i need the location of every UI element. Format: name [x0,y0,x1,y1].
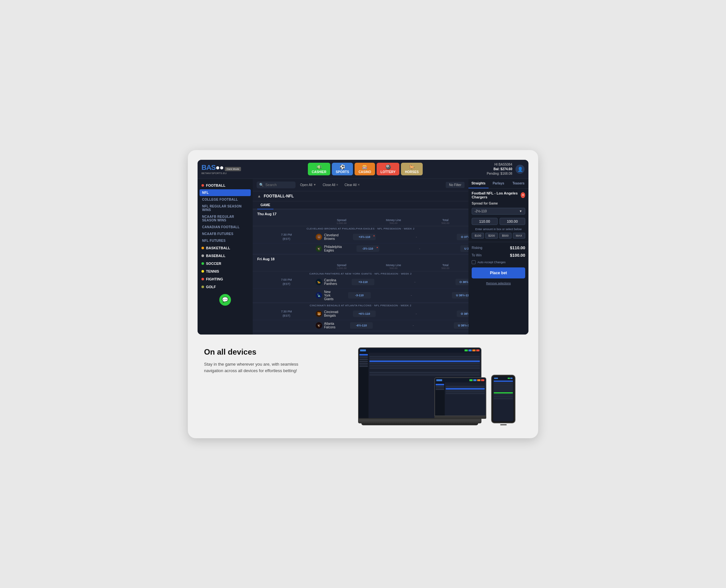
devices-area [318,348,522,425]
bs-title: Football NFL - Los Angeles Chargers [472,191,521,199]
total-cell-eagles: U 37½-110 [446,245,469,252]
game-tab-game[interactable]: GAME [257,201,274,209]
fighting-dot [201,278,204,280]
sidebar-item-ncaafb-wins[interactable]: NCAAFB REGULAR SEASON WINS [198,213,253,224]
sports-button[interactable]: ⚽ SPORTS [332,163,353,175]
spread-btn-panthers[interactable]: +3-110 [352,279,374,285]
mini-sidebar-item [359,361,368,362]
mini-btn [481,379,484,381]
sidebar-basketball-section[interactable]: BASKETBALL [198,244,253,252]
spread-btn-eagles[interactable]: -3½-110▲ [357,245,379,252]
logo-text: BAS●● [201,163,223,171]
date-fri: Fri Aug 18 [253,254,468,262]
mini-logo [360,350,366,351]
clear-all-button[interactable]: Clear All ✕ [343,182,362,188]
mini-row [369,354,480,355]
mini-row [369,363,480,364]
filter-button[interactable]: No Filter [446,182,465,188]
lower-section: On all devices Stay in the game wherever… [198,335,528,428]
bs-close-button[interactable]: ✕ [521,192,525,198]
sidebar-golf-section[interactable]: GOLF [198,283,253,291]
phone-mini-row [494,388,513,390]
search-input[interactable] [265,183,291,187]
total-btn-falcons[interactable]: U 38½-110 [454,322,468,329]
collapse-arrow[interactable]: ▲ [257,194,261,198]
chat-button[interactable]: 💬 [219,294,231,306]
table-row: 🦅 Philadelphia Eagles -3½-110▲ - U 37½-1… [253,244,468,254]
bs-spread-dropdown[interactable]: -2½-110 ▼ [472,208,525,215]
phone-mini-btns [508,378,512,379]
promo-text: On all devices Stay in the game wherever… [204,348,308,375]
spread-btn-giants[interactable]: -3-110 [348,292,371,298]
phone-screen [493,377,513,421]
total-btn-bengals[interactable]: O 38½-110 [457,311,468,317]
sidebar-baseball-section[interactable]: BASEBALL [198,252,253,260]
bs-amount-1-input[interactable] [472,218,498,225]
qa-500-button[interactable]: $500 [499,233,511,238]
mini-btn-cashier [465,350,468,351]
browser-window: BAS●● Dark Mode BETANYSPORTS.EU 💵 CASHIE… [198,160,528,335]
phone-device [491,375,516,425]
total-btn-eagles[interactable]: U 37½-110 [460,245,469,252]
main-layout: FOOTBALL NFL COLLEGE FOOTBALL NFL REGULA… [198,179,528,335]
qa-100-button[interactable]: $100 [472,233,484,238]
mini-btn [477,379,480,381]
tablet-mini-content [445,382,486,416]
cashier-icon: 💵 [316,164,322,170]
sidebar-item-canadian-football[interactable]: CANADIAN FOOTBALL [198,224,253,230]
bs-tab-teasers[interactable]: Teasers [508,179,528,188]
dark-mode-badge: Dark Mode [225,167,241,171]
sidebar-item-nfl[interactable]: NFL [200,189,251,196]
casino-button[interactable]: 🎰 CASINO [355,163,375,175]
spread-btn-browns[interactable]: +3½-110▲ [353,234,376,240]
auto-accept-checkbox[interactable] [472,260,476,264]
horses-button[interactable]: 🐎 HORSES [401,163,422,175]
football-dot [201,184,204,187]
bs-towin-row: To Win $100.00 [468,252,528,259]
phone-mini-row [494,386,513,388]
sidebar-tennis-section[interactable]: TENNIS [198,268,253,275]
game-time-1: 7:30 PM(EST) [257,233,316,241]
content-area: 🔍 Open All ▼ Close All ≡ Clear All ✕ [253,179,468,335]
total-cell-falcons: U 38½-110 [439,322,468,329]
tablet-screen-inner [435,378,486,416]
spread-btn-bengals[interactable]: +6½-110 [353,311,376,317]
sidebar-item-nfl-wins[interactable]: NFL REGULAR SEASON WINS [198,203,253,213]
tablet-base [435,416,486,419]
place-bet-button[interactable]: Place bet [472,268,525,278]
qa-200-button[interactable]: $200 [485,233,498,238]
remove-selections-button[interactable]: Remove selections [468,280,528,286]
team-eagles: 🦅 Philadelphia Eagles [316,245,342,252]
sidebar-fighting-section[interactable]: FIGHTING [198,275,253,283]
sidebar-item-college-football[interactable]: COLLEGE FOOTBALL [198,196,253,203]
qa-max-button[interactable]: MAX [513,233,525,238]
browns-logo: 🐻 [316,234,322,240]
total-btn-panthers[interactable]: O 38½-110 [456,279,468,285]
total-btn-browns[interactable]: O 37½-110 [457,234,468,240]
sidebar-item-ncaafb-futures[interactable]: NCAAFB FUTURES [198,230,253,237]
game-block-panthers-giants: CAROLINA PANTHERS AT NEW YORK GIANTS · N… [253,271,468,303]
bs-amount-2-input[interactable] [500,218,526,225]
total-btn-giants[interactable]: U 38½-110 [452,292,468,298]
cashier-button[interactable]: 💵 CASHIER [308,163,330,175]
lottery-button[interactable]: 🎱 LOTTERY [377,163,399,175]
bs-tab-straights[interactable]: Straights [468,179,488,188]
phone-mini-row [494,384,513,386]
open-all-button[interactable]: Open All ▼ [298,182,318,188]
phone-mini-row [494,381,513,382]
bs-tab-parlays[interactable]: Parlays [488,179,509,188]
sidebar-item-nfl-futures[interactable]: NFL FUTURES [198,237,253,244]
team-panthers: 🐆 Carolina Panthers [316,278,337,286]
ml-cell-falcons: - [387,323,439,328]
spread-btn-falcons[interactable]: -6½-110 [350,322,373,329]
mini-row [369,360,480,362]
mini-row [369,374,480,376]
ml-cell-eagles: - [394,246,446,251]
phone-mini-logo [494,378,498,379]
sidebar-soccer-section[interactable]: SOCCER [198,260,253,268]
user-avatar[interactable]: 👤 [516,165,525,174]
phone-mini-row [494,394,513,396]
sidebar-football-section[interactable]: FOOTBALL [198,182,253,189]
close-all-button[interactable]: Close All ≡ [321,182,340,188]
promo-title: On all devices [204,348,308,357]
